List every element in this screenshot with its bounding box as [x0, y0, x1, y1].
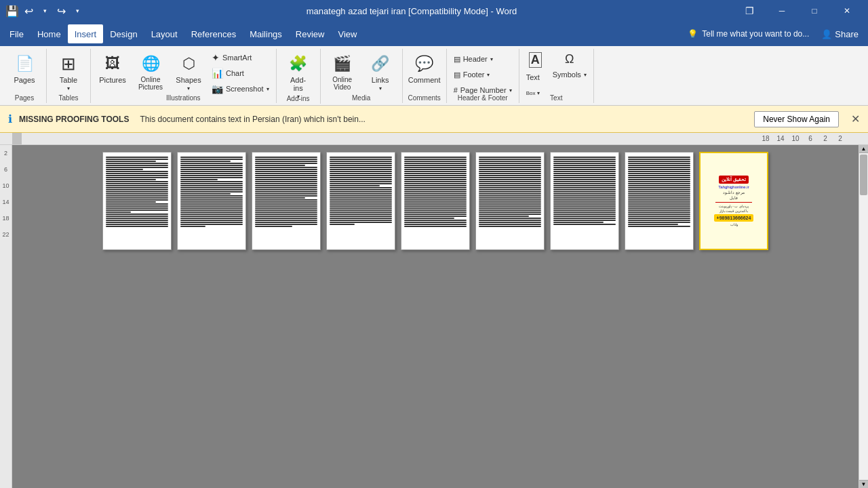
- ribbon-group-illustrations: 🖼 Pictures 🌐 OnlinePictures ⬡ Shapes ▾ ✦…: [91, 49, 277, 103]
- notification-close-button[interactable]: ✕: [851, 113, 860, 125]
- menu-file[interactable]: File: [3, 24, 31, 43]
- undo-button[interactable]: ↩: [22, 4, 35, 18]
- online-pictures-button[interactable]: 🌐 OnlinePictures: [133, 50, 168, 94]
- footer-dropdown-icon: ▾: [487, 72, 490, 78]
- table-icon: ⊞: [58, 53, 79, 75]
- ad-line4: با کمترین قیمت بازار: [719, 209, 748, 213]
- menu-review[interactable]: Review: [289, 24, 332, 43]
- tables-group-label: Tables: [59, 94, 79, 102]
- horizontal-ruler: 18 14 10 6 2 2: [0, 133, 868, 145]
- screenshot-button[interactable]: 📷 Screenshot ▾: [209, 81, 272, 96]
- redo-button[interactable]: ↪: [54, 4, 68, 18]
- ribbon-group-addins: 🧩 Add-ins ▾ Add-ins: [277, 49, 321, 104]
- comment-button[interactable]: 💬 Comment: [407, 50, 442, 94]
- text-box-dropdown[interactable]: Box ▾: [524, 85, 547, 100]
- online-video-button[interactable]: 🎬 OnlineVideo: [325, 50, 360, 94]
- help-button[interactable]: 💡 Tell me what you want to do...: [682, 26, 814, 41]
- symbols-text: Symbols: [553, 70, 581, 79]
- ruler-num-2a: 2: [818, 135, 833, 142]
- pages-icon: 📄: [14, 53, 35, 75]
- share-icon: 👤: [821, 29, 832, 39]
- shapes-button[interactable]: ⬡ Shapes ▾: [171, 50, 206, 94]
- menu-insert[interactable]: Insert: [68, 24, 104, 43]
- notification-bar: ℹ MISSING PROOFING TOOLS This document c…: [0, 106, 868, 133]
- header-footer-group-label: Header & Footer: [458, 94, 508, 102]
- ad-content: تحقیق آنلاین Tahghighonline.ir مرجع دانل…: [701, 153, 767, 249]
- ruler-num-10: 10: [788, 135, 803, 142]
- symbols-label[interactable]: Symbols ▾: [550, 67, 589, 82]
- scroll-down-button[interactable]: ▼: [859, 480, 868, 488]
- scroll-up-button[interactable]: ▲: [859, 145, 868, 153]
- title-bar: 💾 ↩ ▾ ↪ ▾ manategh azad tejari iran [Com…: [0, 0, 868, 22]
- ad-andtext: واناب: [730, 222, 738, 226]
- scroll-track[interactable]: [859, 153, 868, 480]
- menu-references[interactable]: References: [184, 24, 243, 43]
- menu-design[interactable]: Design: [103, 24, 144, 43]
- help-text: Tell me what you want to do...: [702, 29, 809, 39]
- ribbon: 📄 Pages Pages ⊞ Table ▾ Tables 🖼 Picture…: [0, 46, 868, 106]
- page-thumb-2[interactable]: [177, 152, 246, 250]
- shapes-icon: ⬡: [178, 53, 199, 75]
- smartart-label: SmartArt: [222, 54, 252, 62]
- smartart-button[interactable]: ✦ SmartArt: [209, 50, 272, 65]
- page-thumb-5[interactable]: [401, 152, 470, 250]
- document-canvas[interactable]: تحقیق آنلاین Tahghighonline.ir مرجع دانل…: [12, 145, 859, 488]
- menu-view[interactable]: View: [331, 24, 363, 43]
- share-label: Share: [835, 29, 859, 39]
- menu-bar: File Home Insert Design Layout Reference…: [0, 22, 868, 46]
- ad-title: تحقیق آنلاین: [719, 176, 749, 184]
- vruler-14: 14: [2, 194, 9, 210]
- text-box-button[interactable]: A: [524, 50, 547, 69]
- ribbon-group-text: A Text Box ▾ Ω Symbols ▾ Text: [519, 49, 594, 103]
- page-thumb-4[interactable]: [326, 152, 395, 250]
- pictures-label: Pictures: [99, 76, 126, 84]
- close-button[interactable]: ✕: [831, 0, 863, 22]
- pictures-button[interactable]: 🖼 Pictures: [95, 50, 130, 94]
- header-button[interactable]: ▤ Header ▾: [451, 52, 515, 66]
- links-button[interactable]: 🔗 Links ▾: [363, 50, 398, 94]
- restore-window-button[interactable]: ❐: [734, 0, 765, 22]
- links-dropdown-icon: ▾: [379, 85, 382, 92]
- save-button[interactable]: 💾: [5, 4, 19, 18]
- customize-quick-access[interactable]: ▾: [71, 4, 84, 18]
- menu-mailings[interactable]: Mailings: [243, 24, 289, 43]
- never-show-again-button[interactable]: Never Show Again: [754, 111, 839, 127]
- symbols-button[interactable]: Ω: [562, 52, 576, 66]
- minimize-button[interactable]: ─: [766, 0, 797, 22]
- text-group-label: Text: [550, 94, 562, 102]
- page-thumb-8[interactable]: [625, 152, 694, 250]
- page-thumb-7[interactable]: [550, 152, 619, 250]
- vruler-2: 2: [4, 145, 7, 161]
- undo-dropdown[interactable]: ▾: [38, 4, 52, 18]
- page-thumb-6[interactable]: [475, 152, 545, 250]
- page-5-content: [401, 152, 469, 232]
- vruler-10: 10: [2, 178, 9, 194]
- page-thumb-3[interactable]: [252, 152, 321, 250]
- chart-button[interactable]: 📊 Chart: [209, 66, 272, 81]
- table-dropdown-icon: ▾: [67, 85, 70, 92]
- table-label: Table: [60, 76, 77, 84]
- pages-button[interactable]: 📄 Pages: [7, 50, 42, 94]
- online-video-icon: 🎬: [332, 53, 353, 75]
- header-dropdown-icon: ▾: [490, 56, 493, 62]
- menu-layout[interactable]: Layout: [144, 24, 184, 43]
- text-box-label-row[interactable]: Text: [524, 70, 547, 85]
- menu-home[interactable]: Home: [31, 24, 68, 43]
- ribbon-group-media: 🎬 OnlineVideo 🔗 Links ▾ Media: [321, 49, 403, 103]
- maximize-button[interactable]: □: [799, 0, 830, 22]
- page-4-content: [327, 152, 395, 230]
- ruler-num-2b: 2: [833, 135, 848, 142]
- page-2-content: [178, 152, 245, 232]
- footer-button[interactable]: ▤ Footer ▾: [451, 67, 515, 82]
- vertical-scrollbar[interactable]: ▲ ▼: [859, 145, 868, 488]
- share-button[interactable]: 👤 Share: [814, 29, 865, 39]
- page-7-content: [551, 152, 618, 230]
- smart-art-col: ✦ SmartArt 📊 Chart 📷 Screenshot ▾: [209, 50, 272, 96]
- table-button[interactable]: ⊞ Table ▾: [51, 50, 86, 94]
- notification-title: MISSING PROOFING TOOLS: [19, 115, 129, 124]
- page-number-dropdown-icon: ▾: [509, 87, 512, 94]
- page-thumb-1[interactable]: [102, 152, 172, 250]
- scroll-thumb[interactable]: [860, 155, 867, 195]
- ad-line2: فایل: [730, 195, 738, 200]
- page-thumb-9[interactable]: تحقیق آنلاین Tahghighonline.ir مرجع دانل…: [699, 152, 768, 250]
